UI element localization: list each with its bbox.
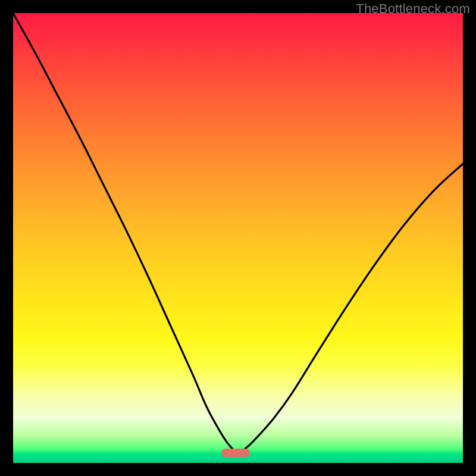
optimum-marker — [221, 449, 250, 457]
bottleneck-curve — [13, 13, 463, 463]
plot-area — [13, 13, 463, 463]
chart-frame: TheBottleneck.com — [0, 0, 476, 476]
curve-path — [13, 13, 463, 453]
attribution-text: TheBottleneck.com — [356, 1, 470, 17]
